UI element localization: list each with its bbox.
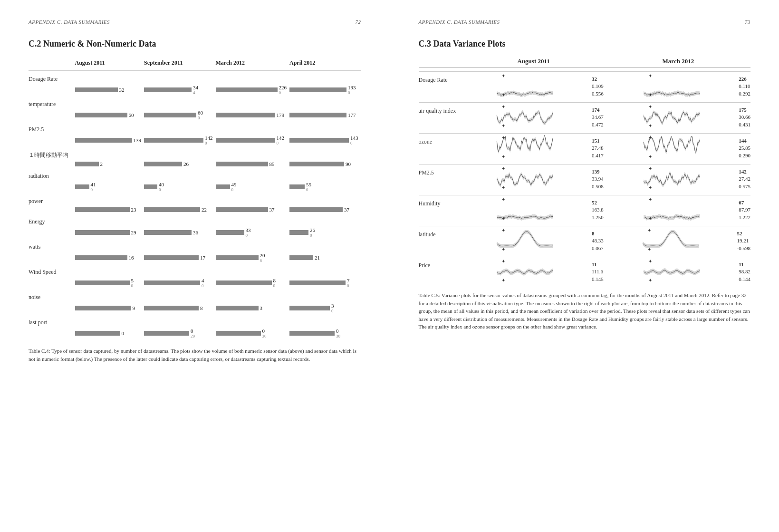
category-label-5: power [29,193,361,206]
variance-label-5: latitude [419,229,462,238]
sparkline-mar-2: ✦✦ [608,136,736,160]
svg-text:✦: ✦ [648,185,652,190]
right-section-title: C.3 Data Variance Plots [419,39,751,49]
svg-text:✦: ✦ [501,278,505,283]
left-page-header: APPENDIX C. DATA SUMMARIES 72 [29,19,361,25]
variance-row-6: Price✦✦11111.60.145✦✦1198.820.144 [419,260,751,284]
bar-cell-10-3: 030 [289,327,361,339]
sparkline-mar-6: ✦✦ [608,260,736,284]
bar-cell-1-1: 600 [144,109,216,121]
table-c5-caption: Table C.5: Variance plots for the sensor… [419,291,751,331]
svg-text:✦: ✦ [648,216,652,221]
data-row-1: 60600179177 [29,109,361,121]
bar-cell-7-0: 16 [75,251,144,264]
data-row-0: 3234422601930 [29,84,361,96]
sparkline-mar-3: ✦✦ [608,167,736,191]
category-label-9: noise [29,289,361,302]
variance-stats-mar-5: 5219.21-0.598 [737,230,750,252]
bar-cell-7-1: 17 [144,251,216,264]
variance-plot-mar-4: ✦✦6787.971.222 [608,198,750,222]
variance-divider-2 [419,133,751,134]
variance-divider-6 [419,257,751,257]
svg-text:✦: ✦ [647,228,651,233]
variance-stats-mar-4: 6787.971.222 [739,199,750,221]
svg-text:✦: ✦ [648,278,652,283]
bar-cell-9-1: 8 [144,302,216,314]
variance-stats-mar-1: 17530.660.431 [739,106,750,128]
category-label-0: Dosage Rate [29,71,361,84]
bar-cell-7-2: 206 [216,251,290,264]
variance-divider-4 [419,195,751,195]
bar-cell-8-2: 80 [216,277,290,289]
sparkline-mar-5: ✦✦ [608,229,734,253]
sparkline-aug-6: ✦✦ [462,260,589,284]
variance-col-mar: March 2012 [606,58,750,65]
data-row-5: 23223737 [29,206,361,213]
svg-text:✦: ✦ [501,92,505,97]
bar-cell-9-0: 9 [75,302,144,314]
variance-stats-aug-6: 11111.60.145 [592,261,604,283]
category-label-4: radiation [29,168,361,181]
data-row-3: 2268590 [29,160,361,168]
variance-stats-mar-3: 14227.420.575 [739,168,750,190]
svg-text:✦: ✦ [648,259,652,264]
variance-stats-aug-1: 17434.670.472 [592,106,604,128]
bar-cell-5-2: 37 [216,206,290,213]
data-row-6: 2936330260 [29,226,361,239]
variance-plots-3: ✦✦13933.940.508✦✦14227.420.575 [462,167,751,191]
bar-cell-6-3: 260 [289,226,361,239]
variance-label-3: PM2.5 [419,167,462,176]
bar-cell-8-3: 70 [289,277,361,289]
variance-plots-5: ✦✦848.330.067✦✦5219.21-0.598 [462,229,751,253]
sparkline-aug-2: ✦✦ [462,136,589,160]
variance-row-4: Humidity✦✦52163.81.250✦✦6787.971.222 [419,198,751,222]
left-page: APPENDIX C. DATA SUMMARIES 72 C.2 Numeri… [0,0,390,532]
variance-plot-mar-2: ✦✦14425.850.290 [608,136,750,160]
sparkline-aug-3: ✦✦ [462,167,589,191]
table-c4-caption: Table C.4: Type of sensor data captured,… [29,347,361,363]
bar-cell-4-3: 550 [289,181,361,193]
category-label-1: temperature [29,96,361,109]
bar-cell-5-3: 37 [289,206,361,213]
sparkline-mar-4: ✦✦ [608,198,736,222]
data-row-9: 98330 [29,302,361,314]
svg-text:✦: ✦ [647,247,651,252]
category-label-7: watts [29,239,361,251]
variance-stats-aug-3: 13933.940.508 [592,168,604,190]
variance-stats-aug-5: 848.330.067 [592,230,604,252]
bar-cell-0-2: 2260 [216,84,290,96]
sparkline-aug-4: ✦✦ [462,198,589,222]
bar-cell-4-1: 400 [144,181,216,193]
category-label-3: １時間移動平均 [29,146,361,160]
svg-text:✦: ✦ [501,135,505,140]
svg-text:✦: ✦ [501,104,505,109]
numeric-data-table: August 2011 September 2011 March 2012 Ap… [29,58,361,339]
svg-text:✦: ✦ [501,247,505,252]
left-header-text: APPENDIX C. DATA SUMMARIES [29,19,110,25]
bar-cell-3-1: 26 [144,160,216,168]
variance-row-5: latitude✦✦848.330.067✦✦5219.21-0.598 [419,229,751,253]
variance-divider-3 [419,164,751,164]
svg-text:✦: ✦ [648,104,652,109]
left-page-number: 72 [356,19,361,25]
col-header-mar2012: March 2012 [216,58,290,71]
variance-plot-mar-3: ✦✦14227.420.575 [608,167,750,191]
svg-text:✦: ✦ [501,228,505,233]
bar-cell-6-2: 330 [216,226,290,239]
col-header-apr2012: April 2012 [289,58,361,71]
variance-row-0: Dosage Rate✦✦320.1090.556✦✦2260.1100.292 [419,75,751,98]
variance-row-2: ozone✦✦15127.480.417✦✦14425.850.290 [419,136,751,160]
sparkline-mar-1: ✦✦ [608,106,736,129]
svg-text:✦: ✦ [501,197,505,202]
sparkline-aug-0: ✦✦ [462,75,589,98]
bar-cell-0-3: 1930 [289,84,361,96]
svg-text:✦: ✦ [648,197,652,202]
data-row-2: 139142014201430 [29,134,361,146]
bar-cell-9-2: 3 [216,302,290,314]
variance-plot-aug-6: ✦✦11111.60.145 [462,260,604,284]
data-row-10: 0029030030 [29,327,361,339]
bar-cell-8-0: 50 [75,277,144,289]
bar-cell-0-0: 32 [75,84,144,96]
bar-cell-5-1: 22 [144,206,216,213]
variance-plots-6: ✦✦11111.60.145✦✦1198.820.144 [462,260,751,284]
